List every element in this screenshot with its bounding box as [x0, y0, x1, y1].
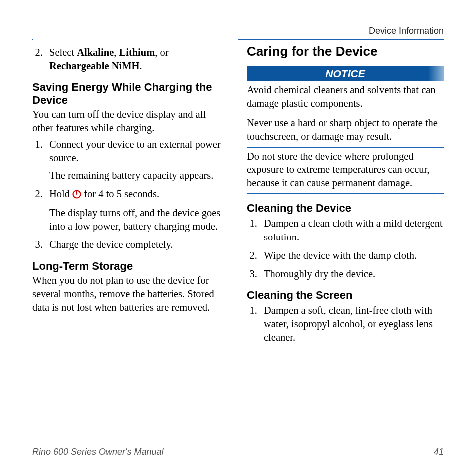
step-result: The display turns off, and the device go…	[49, 206, 229, 233]
left-column: Select Alkaline, Lithium, or Rechargeabl…	[32, 44, 229, 349]
text-fragment: .	[139, 60, 142, 71]
list-item: Wipe the device with the damp cloth.	[260, 249, 444, 262]
battery-type-list: Select Alkaline, Lithium, or Rechargeabl…	[32, 46, 229, 73]
step-text-b: for 4 to 5 seconds.	[81, 188, 159, 199]
option-alkaline: Alkaline	[77, 47, 114, 58]
text-fragment: ,	[114, 47, 119, 58]
section-header: Device Information	[32, 26, 444, 40]
step-text: Dampen a soft, clean, lint-free cloth wi…	[264, 305, 433, 343]
power-icon	[72, 189, 81, 202]
list-item: Thoroughly dry the device.	[260, 267, 444, 281]
step-result: The remaining battery capacity appears.	[49, 169, 229, 182]
heading-cleaning-device: Cleaning the Device	[247, 202, 444, 215]
notice-text: Never use a hard or sharp object to oper…	[247, 114, 444, 147]
list-item: Connect your device to an external power…	[45, 138, 229, 182]
page-footer: Rino 600 Series Owner's Manual 41	[32, 447, 444, 457]
manual-page: Device Information Select Alkaline, Lith…	[0, 0, 476, 476]
list-item: Dampen a soft, clean, lint-free cloth wi…	[260, 304, 444, 344]
footer-page-number: 41	[434, 447, 444, 457]
step-text: Thoroughly dry the device.	[264, 268, 375, 279]
text-fragment: , or	[155, 47, 168, 58]
list-item: Dampen a clean cloth with a mild deterge…	[260, 217, 444, 243]
step-text: Connect your device to an external power…	[49, 139, 221, 163]
heading-caring-for-device: Caring for the Device	[247, 44, 444, 59]
two-column-layout: Select Alkaline, Lithium, or Rechargeabl…	[32, 44, 444, 349]
cleaning-device-steps: Dampen a clean cloth with a mild deterge…	[247, 217, 444, 280]
notice-banner: NOTICE	[247, 66, 444, 81]
step-text: Wipe the device with the damp cloth.	[264, 250, 417, 261]
paragraph: When you do not plan to use the device f…	[32, 274, 229, 314]
option-lithium: Lithium	[119, 47, 155, 58]
paragraph: You can turn off the device display and …	[32, 108, 229, 135]
text-fragment: Select	[49, 47, 77, 58]
list-item: Hold for 4 to 5 seconds. The display tur…	[45, 187, 229, 233]
notice-text: Avoid chemical cleaners and solvents tha…	[247, 81, 444, 114]
list-item: Select Alkaline, Lithium, or Rechargeabl…	[45, 46, 229, 73]
right-column: Caring for the Device NOTICE Avoid chemi…	[247, 44, 444, 349]
heading-saving-energy: Saving Energy While Charging the Device	[32, 81, 229, 107]
step-text: Dampen a clean cloth with a mild deterge…	[264, 218, 443, 242]
footer-title: Rino 600 Series Owner's Manual	[32, 447, 164, 457]
step-text: Charge the device completely.	[49, 239, 173, 250]
list-item: Charge the device completely.	[45, 238, 229, 251]
heading-cleaning-screen: Cleaning the Screen	[247, 289, 444, 302]
cleaning-screen-steps: Dampen a soft, clean, lint-free cloth wi…	[247, 304, 444, 344]
saving-energy-steps: Connect your device to an external power…	[32, 138, 229, 251]
notice-text: Do not store the device where prolonged …	[247, 148, 444, 194]
step-text-a: Hold	[49, 188, 72, 199]
heading-long-term-storage: Long-Term Storage	[32, 260, 229, 273]
option-nimh: Rechargeable NiMH	[49, 60, 139, 71]
